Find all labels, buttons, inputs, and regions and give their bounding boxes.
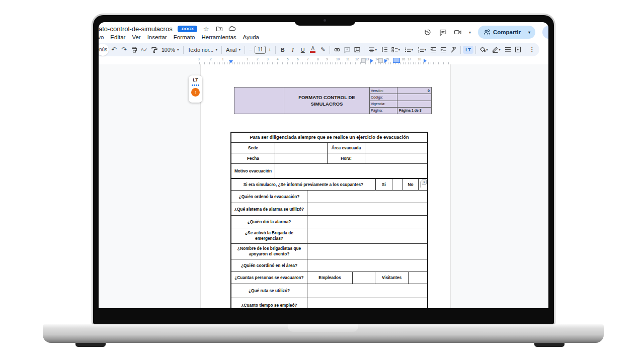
menu-item-insertar[interactable]: Insertar <box>147 34 167 40</box>
ruler-indent-marker[interactable] <box>229 60 233 63</box>
align-button[interactable]: ▾ <box>366 44 379 55</box>
table-row: ¿Quién ordenó la evacuación? <box>231 190 427 203</box>
laptop-foot-left <box>75 343 106 347</box>
answer-cell[interactable] <box>307 259 427 272</box>
star-icon[interactable]: ☆ <box>202 25 210 33</box>
document-header-table: FORMATO CONTROL DE SIMULACROS Versión: 0… <box>234 87 432 114</box>
motivo-value-cell[interactable] <box>275 164 427 178</box>
font-select[interactable]: Arial▾ <box>224 47 243 53</box>
insert-link-button[interactable] <box>332 44 342 55</box>
hora-value-cell[interactable] <box>365 153 427 163</box>
question-label: ¿Quién dió la alarma? <box>231 216 307 228</box>
area-evacuada-value-cell[interactable] <box>365 143 427 153</box>
answer-cell[interactable] <box>307 216 427 228</box>
ruler-tick: 4 <box>277 57 279 61</box>
table-row: Si era simulacro, ¿Se informó previament… <box>231 178 427 190</box>
ruler-table-chip[interactable] <box>361 58 366 63</box>
document-page[interactable]: FORMATO CONTROL DE SIMULACROS Versión: 0… <box>200 64 451 308</box>
visitantes-count-cell[interactable] <box>408 272 427 284</box>
answer-cell[interactable] <box>307 284 427 298</box>
print-button[interactable] <box>129 44 139 55</box>
table-dropdown-chip[interactable]: ▾ <box>422 179 427 185</box>
move-folder-icon[interactable] <box>215 25 223 33</box>
logo-cell <box>234 87 284 114</box>
codigo-label: Código: <box>370 94 397 100</box>
ruler-table-chip[interactable] <box>378 58 383 63</box>
fill-color-button[interactable]: ▾ <box>478 44 490 55</box>
ruler-tick: 13 <box>365 57 369 61</box>
languagetool-logo[interactable]: LT <box>193 78 198 82</box>
version-history-icon[interactable] <box>424 28 432 36</box>
sede-value-cell[interactable] <box>275 143 327 153</box>
bulleted-list-button[interactable]: ▾ <box>403 44 415 55</box>
font-size-increase-button[interactable]: + <box>266 44 273 55</box>
underline-button[interactable]: U <box>298 44 307 55</box>
numbered-list-button[interactable]: ▾ <box>416 44 428 55</box>
add-comment-button[interactable] <box>342 44 352 55</box>
languagetool-button[interactable]: LT <box>463 46 473 54</box>
border-color-button[interactable]: ▾ <box>491 44 503 55</box>
ruler-tick: 10 <box>336 57 340 61</box>
undo-button[interactable]: ↶ <box>109 44 119 55</box>
ruler-tick: 5 <box>287 57 289 61</box>
fecha-value-cell[interactable] <box>275 153 327 163</box>
menu-item-ver[interactable]: Ver <box>132 34 140 40</box>
ruler-end-marker[interactable] <box>424 59 427 63</box>
highlight-color-button[interactable]: ✎ <box>318 44 328 55</box>
comments-icon[interactable] <box>439 28 447 36</box>
premium-upgrade-button[interactable]: ↑ <box>191 88 200 97</box>
line-spacing-button[interactable] <box>379 44 389 55</box>
menu-item-formato[interactable]: Formato <box>174 34 195 40</box>
cloud-status-icon[interactable] <box>228 25 236 33</box>
no-checkbox-cell[interactable]: ▾ <box>418 179 427 190</box>
clear-formatting-button[interactable] <box>449 44 458 55</box>
answer-cell[interactable] <box>307 191 427 203</box>
spellcheck-button[interactable]: A✓ <box>139 44 149 55</box>
text-color-button[interactable]: A <box>308 44 317 55</box>
answer-cell[interactable] <box>307 298 427 308</box>
document-title[interactable]: formato-control-de-simulacros <box>99 25 173 33</box>
share-caret-icon[interactable]: ▾ <box>525 30 533 35</box>
codigo-value <box>397 94 431 100</box>
italic-button[interactable]: I <box>288 44 297 55</box>
meet-caret-icon[interactable]: ▾ <box>469 30 471 35</box>
decrease-indent-button[interactable] <box>429 44 438 55</box>
ruler-tab-marker[interactable] <box>370 59 373 63</box>
improve-writing-button[interactable]: Mejorar e <box>542 26 548 39</box>
empleados-count-cell[interactable] <box>352 272 375 284</box>
more-options-button[interactable]: ⋮ <box>527 44 537 55</box>
zoom-select[interactable]: 100%▾ <box>159 47 181 53</box>
increase-indent-button[interactable] <box>439 44 448 55</box>
menu-item-editar[interactable]: Editar <box>110 34 125 40</box>
font-size-decrease-button[interactable]: − <box>247 44 254 55</box>
bold-button[interactable]: B <box>278 44 287 55</box>
table-row: ¿Cuantas personas se evacuaron? Empleado… <box>231 272 427 284</box>
docx-badge: .DOCX <box>178 26 197 32</box>
redo-button[interactable]: ↷ <box>119 44 129 55</box>
insert-image-button[interactable] <box>352 44 362 55</box>
languagetool-widget[interactable]: LT ↑ <box>189 75 202 103</box>
meet-video-icon[interactable] <box>454 28 462 36</box>
menu-bar: Archivo Editar Ver Insertar Formato Herr… <box>99 34 259 40</box>
table-row: ¿Cuanto tiempo se empleó? <box>231 298 427 308</box>
ruler-selected-tab[interactable] <box>393 58 400 63</box>
border-style-button[interactable] <box>513 44 523 55</box>
font-caret-icon: ▾ <box>238 47 240 52</box>
checklist-button[interactable]: ▾ <box>389 44 402 55</box>
font-size-input[interactable]: 11 <box>255 46 266 54</box>
share-button[interactable]: Compartir ▾ <box>478 26 535 39</box>
answer-cell[interactable] <box>307 228 427 243</box>
menu-item-archivo[interactable]: Archivo <box>99 34 104 40</box>
menus-search-pill[interactable]: Menús <box>99 44 109 56</box>
si-checkbox-cell[interactable] <box>392 179 403 190</box>
table-row: ¿Qué ruta se utilizó? <box>231 284 427 298</box>
menu-item-herramientas[interactable]: Herramientas <box>202 34 236 40</box>
ruler-tab-marker[interactable] <box>384 59 387 63</box>
paint-format-button[interactable] <box>149 44 159 55</box>
answer-cell[interactable] <box>307 244 427 259</box>
border-width-button[interactable] <box>503 44 513 55</box>
ruler-tick: 3 <box>198 57 200 61</box>
answer-cell[interactable] <box>307 203 427 215</box>
paragraph-style-select[interactable]: Texto nor...▾ <box>186 47 219 53</box>
menu-item-ayuda[interactable]: Ayuda <box>243 34 259 40</box>
